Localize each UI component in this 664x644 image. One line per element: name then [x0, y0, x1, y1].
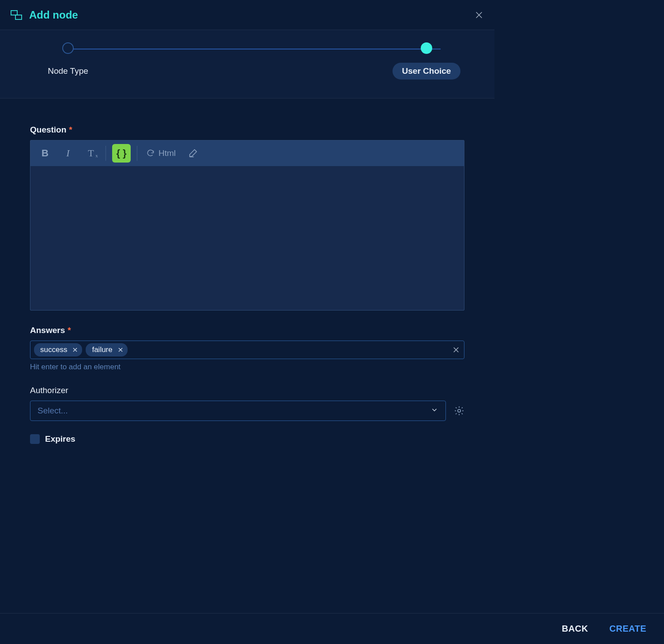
tag-label: success: [40, 345, 67, 354]
form-body: Question * B I Tx { } Html: [0, 98, 494, 457]
gear-icon[interactable]: [454, 405, 464, 416]
rich-text-editor: B I Tx { } Html: [30, 140, 464, 311]
step-dot: [62, 42, 74, 54]
answer-tag: failure: [86, 343, 127, 356]
toolbar-separator: [106, 146, 106, 161]
dialog-title: Add node: [29, 9, 78, 21]
label-text: Question: [30, 125, 66, 135]
editor-toolbar: B I Tx { } Html: [30, 140, 464, 166]
question-label: Question *: [30, 125, 464, 135]
dialog-header: Add node: [0, 0, 494, 30]
remove-tag-icon[interactable]: [117, 346, 124, 353]
step-node-type[interactable]: Node Type: [19, 42, 117, 80]
svg-point-2: [458, 409, 460, 412]
required-mark: *: [69, 125, 72, 135]
authorizer-label: Authorizer: [30, 386, 464, 395]
toolbar-separator: [137, 146, 137, 161]
close-icon[interactable]: [474, 10, 484, 20]
answers-label: Answers *: [30, 326, 464, 335]
required-mark: *: [68, 326, 71, 335]
label-text: Answers: [30, 326, 65, 335]
authorizer-field: Authorizer Select...: [30, 386, 464, 421]
answers-helper-text: Hit enter to add an element: [30, 363, 464, 371]
svg-rect-1: [15, 15, 22, 19]
answer-tag: success: [34, 343, 82, 356]
clear-format-button[interactable]: Tx: [83, 145, 99, 162]
code-variable-button[interactable]: { }: [112, 144, 131, 163]
answers-field: Answers * success failure Hit enter to a…: [30, 326, 464, 371]
expires-field: Expires: [30, 434, 464, 444]
eraser-button[interactable]: [185, 145, 201, 162]
html-toggle-button[interactable]: Html: [143, 145, 178, 162]
chevron-down-icon: [430, 406, 438, 416]
answers-input[interactable]: success failure: [30, 341, 464, 359]
editor-textarea[interactable]: [30, 166, 464, 310]
italic-button[interactable]: I: [60, 145, 76, 162]
select-placeholder: Select...: [38, 406, 68, 416]
node-icon: [11, 10, 22, 20]
html-label: Html: [158, 148, 176, 158]
clear-all-tags-icon[interactable]: [452, 345, 460, 354]
expires-label: Expires: [45, 434, 75, 444]
tag-label: failure: [92, 345, 112, 354]
step-label: Node Type: [38, 63, 98, 80]
step-label: User Choice: [392, 63, 461, 80]
remove-tag-icon[interactable]: [72, 346, 79, 353]
svg-rect-0: [11, 11, 17, 15]
bold-button[interactable]: B: [37, 145, 53, 162]
stepper: Node Type User Choice: [0, 30, 494, 98]
expires-checkbox[interactable]: [30, 434, 40, 444]
step-dot: [421, 42, 432, 54]
authorizer-select[interactable]: Select...: [30, 401, 446, 421]
question-field: Question * B I Tx { } Html: [30, 125, 464, 311]
step-user-choice[interactable]: User Choice: [378, 42, 475, 80]
